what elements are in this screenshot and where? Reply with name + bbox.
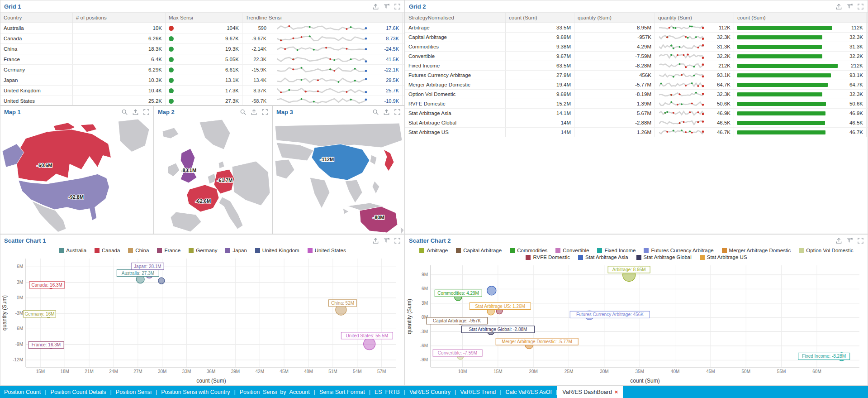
column-header[interactable]: quantity (Sum)	[574, 13, 655, 23]
column-header[interactable]: count (Sum)	[506, 13, 574, 23]
tab-position-count[interactable]: Position Count	[0, 386, 45, 398]
export-icon[interactable]	[383, 109, 390, 115]
column-header[interactable]: # of positions	[73, 13, 166, 23]
table-row[interactable]: China18.3K19.3K-2.14K-24.5K	[0, 44, 404, 54]
legend-item[interactable]: Fixed Income	[597, 248, 636, 253]
tab-var-es-dashboard[interactable]: VaR/ES DashBoard×	[557, 386, 623, 398]
table-row[interactable]: Stat Arbitrage Global14M-2.88M46.5K46.5K	[405, 118, 868, 128]
table-row[interactable]: Arbitrage33.5M8.95M112K112K	[405, 23, 868, 33]
legend-item[interactable]: RVFE Domestic	[526, 254, 570, 260]
column-header[interactable]: StrategyNormalised	[405, 13, 506, 23]
legend-item[interactable]: Option Vol Domestic	[799, 248, 853, 253]
table-row[interactable]: Australia10K104K59017.6K	[0, 23, 404, 34]
export-icon[interactable]	[132, 109, 139, 115]
sparkline	[277, 87, 367, 94]
legend-item[interactable]: Futures Currency Arbitrage	[644, 248, 713, 253]
legend-item[interactable]: United Kingdom	[255, 248, 299, 253]
export-icon[interactable]	[372, 3, 379, 10]
maximize-icon[interactable]	[394, 109, 401, 115]
legend-item[interactable]: Stat Arbitrage US	[700, 254, 747, 260]
legend-item[interactable]: Australia	[59, 248, 86, 253]
zoom-icon[interactable]	[121, 109, 128, 115]
table-row[interactable]: Japan10.3K13.1K13.4K29.5K	[0, 75, 404, 86]
clear-filter-icon[interactable]	[383, 3, 390, 10]
legend-item[interactable]: Japan	[225, 248, 247, 253]
legend-item[interactable]: Convertible	[555, 248, 589, 253]
column-header[interactable]: count (Sum)	[734, 13, 867, 23]
maximize-icon[interactable]	[857, 3, 864, 10]
tab-position-sensi[interactable]: Position Sensi	[112, 386, 156, 398]
maximize-icon[interactable]	[261, 109, 268, 115]
tab-position-sensi-with-country[interactable]: Position Sensi with Country	[157, 386, 234, 398]
column-header[interactable]: Country	[0, 13, 73, 23]
map-country-japan[interactable]	[384, 149, 394, 171]
table-row[interactable]: Stat Arbitrage Asia14.1M5.67M46.9K46.9K	[405, 109, 868, 118]
legend-item[interactable]: Germany	[189, 248, 217, 253]
map-country-united-states[interactable]	[19, 174, 109, 220]
data-bar	[737, 92, 822, 96]
export-icon[interactable]	[835, 3, 842, 10]
legend-item[interactable]: Canada	[95, 248, 120, 253]
map-country-united-kingdom[interactable]	[180, 149, 197, 183]
clear-filter-icon[interactable]	[846, 3, 853, 10]
maximize-icon[interactable]	[394, 3, 401, 10]
tab-position-count-details[interactable]: Position Count Details	[47, 386, 110, 398]
maximize-icon[interactable]	[394, 237, 401, 244]
tab-position-sensi-by-account[interactable]: Position_Sensi_by_Account	[236, 386, 314, 398]
legend-item[interactable]: Stat Arbitrage Asia	[578, 254, 628, 260]
table-row[interactable]: RVFE Domestic15.2M1.39M50.6K50.6K	[405, 99, 868, 109]
column-header[interactable]: quantity (Sum)	[655, 13, 734, 23]
legend-item[interactable]: France	[157, 248, 180, 253]
tab-var-es-trend[interactable]: VaR/ES Trend	[456, 386, 500, 398]
clear-filter-icon[interactable]	[383, 237, 390, 244]
data-bar-track	[737, 121, 838, 125]
zoom-icon[interactable]	[372, 109, 379, 115]
table-row[interactable]: France6.4K5.05K-22.3K-41.5K	[0, 54, 404, 65]
export-icon[interactable]	[835, 237, 842, 244]
close-tab-icon[interactable]: ×	[615, 388, 618, 395]
table-row[interactable]: Convertible9.67M-7.59M32.2K32.2K	[405, 52, 868, 61]
map-country-canada-islands2[interactable]	[81, 124, 97, 132]
maximize-icon[interactable]	[143, 109, 150, 115]
column-header[interactable]: Max Sensi	[166, 13, 242, 23]
table-row[interactable]: Capital Arbitrage9.69M-957K32.3K32.3K	[405, 33, 868, 42]
scatter-point[interactable]	[487, 286, 496, 295]
legend-item[interactable]: Stat Arbitrage Global	[636, 254, 692, 260]
tab-var-es-country[interactable]: VaR/ES Country	[405, 386, 455, 398]
table-row[interactable]: Canada6.26K9.67K-9.67K8.73K	[0, 34, 404, 44]
table-row[interactable]: Fixed Income63.5M-8.28M212K212K	[405, 61, 868, 71]
zoom-icon[interactable]	[240, 109, 247, 115]
map-country-china[interactable]	[312, 144, 370, 180]
table-row[interactable]: United States25.2K27.3K-58.7K-10.9K	[0, 96, 404, 105]
legend-item[interactable]: Merger Arbitrage Domestic	[722, 248, 791, 253]
export-icon[interactable]	[251, 109, 257, 115]
svg-text:Commodities: 4.29M: Commodities: 4.29M	[437, 291, 479, 296]
tab-calc-var-es-asof[interactable]: Calc VaR/ES AsOf	[501, 386, 556, 398]
clear-filter-icon[interactable]	[846, 237, 853, 244]
sparkline	[659, 53, 704, 59]
table-row[interactable]: Commodities9.38M4.29M31.3K31.3K	[405, 42, 868, 52]
legend-item[interactable]: Commodities	[510, 248, 547, 253]
legend-item[interactable]: Capital Arbitrage	[456, 248, 502, 253]
legend-item[interactable]: China	[128, 248, 149, 253]
map-country-canada[interactable]	[16, 129, 111, 182]
table-row[interactable]: United Kingdom10.4K17.3K8.37K25.7K	[0, 86, 404, 96]
scatter-point[interactable]	[158, 278, 165, 284]
export-icon[interactable]	[372, 237, 379, 244]
tab-sensi-sort-format[interactable]: Sensi Sort Format	[315, 386, 369, 398]
table-row[interactable]: Merger Arbitrage Domestic19.4M-5.77M64.7…	[405, 80, 868, 90]
sparkline	[277, 24, 367, 32]
table-row[interactable]: Futures Currency Arbitrage27.9M456K93.1K…	[405, 71, 868, 80]
tab-label: ES_FRTB	[375, 389, 400, 395]
maximize-icon[interactable]	[857, 237, 864, 244]
table-row[interactable]: Option Vol Domestic9.69M-8.19M32.3K32.3K	[405, 90, 868, 99]
legend-item[interactable]: Arbitrage	[419, 248, 448, 253]
column-header[interactable]: Trendline Sensi	[242, 13, 403, 23]
scatter-point[interactable]	[364, 338, 375, 350]
legend-item[interactable]: United States	[308, 248, 346, 253]
table-row[interactable]: Stat Arbitrage US14M1.26M46.7K46.7K	[405, 128, 868, 137]
table-row[interactable]: Germany6.29K6.61K-15.9K-22.1K	[0, 65, 404, 75]
cell-country: Japan	[0, 75, 73, 85]
bar-value: 32.2K	[840, 53, 863, 59]
tab-es-frtb[interactable]: ES_FRTB	[370, 386, 404, 398]
